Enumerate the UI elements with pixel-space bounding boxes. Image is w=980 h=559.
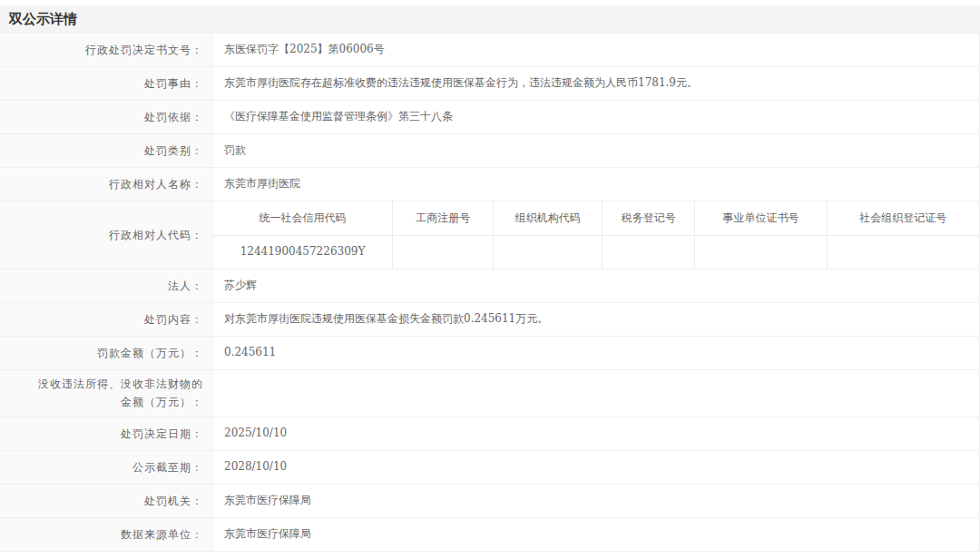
row-label: 行政相对人代码： [0,201,213,269]
detail-row: 公示截至期： 2028/10/10 [0,451,979,485]
row-value: 《医疗保障基金使用监督管理条例》第三十八条 [213,101,979,133]
detail-row: 法人： 苏少辉 [0,270,979,303]
double-publicity-detail-page: 双公示详情 行政处罚决定书文号： 东医保罚字【2025】第06006号 处罚事由… [0,5,980,552]
row-label: 行政相对人名称： [0,168,213,201]
page-title: 双公示详情 [9,11,77,28]
row-value: 东莞市医疗保障局 [213,485,979,517]
code-table-header-cell: 税务登记号 [603,201,695,235]
detail-row: 行政处罚决定书文号： 东医保罚字【2025】第06006号 [0,34,979,67]
row-label: 处罚决定日期： [0,417,213,450]
detail-row: 罚款金额（万元）： 0.245611 [0,337,979,370]
row-label: 处罚依据： [0,101,213,133]
row-value: 2025/10/10 [213,417,979,450]
row-value: 东莞市医疗保障局 [213,518,979,551]
row-value: 统一社会信用代码工商注册号组织机构代码税务登记号事业单位证书号社会组织登记证号 … [213,201,979,269]
row-label: 公示截至期： [0,451,213,484]
row-label: 行政处罚决定书文号： [0,34,213,66]
code-table-header-row: 统一社会信用代码工商注册号组织机构代码税务登记号事业单位证书号社会组织登记证号 [213,201,979,235]
detail-row: 行政相对人代码： 统一社会信用代码工商注册号组织机构代码税务登记号事业单位证书号… [0,201,979,270]
code-table-header-cell: 事业单位证书号 [695,201,827,235]
code-table-header-cell: 统一社会信用代码 [213,201,392,235]
row-label: 没收违法所得、没收非法财物的 金额（万元）： [0,370,213,417]
row-label: 法人： [0,270,213,302]
row-value: 东莞市厚街医院 [213,168,979,201]
row-value: 苏少辉 [213,270,979,302]
detail-row: 处罚决定日期： 2025/10/10 [0,417,979,451]
row-value: 东莞市厚街医院存在超标准收费的违法违规使用医保基金行为，违法违规金额为人民币17… [213,67,979,100]
detail-row: 没收违法所得、没收非法财物的 金额（万元）： [0,370,979,417]
code-table-value-cell [392,235,493,269]
row-label: 处罚内容： [0,303,213,336]
row-value: 2028/10/10 [213,451,979,484]
code-table-header-cell: 组织机构代码 [494,201,603,235]
detail-row: 处罚内容： 对东莞市厚街医院违规使用医保基金损失金额罚款0.245611万元。 [0,303,979,337]
detail-row: 处罚机关： 东莞市医疗保障局 [0,485,979,518]
row-value: 罚款 [213,134,979,167]
row-label: 处罚机关： [0,485,213,517]
code-table-value-cell [695,235,827,269]
code-table-header-cell: 工商注册号 [392,201,493,235]
row-value: 0.245611 [213,337,979,369]
row-label: 数据来源单位： [0,518,213,551]
detail-row: 数据来源单位： 东莞市医疗保障局 [0,518,979,552]
detail-row: 处罚事由： 东莞市厚街医院存在超标准收费的违法违规使用医保基金行为，违法违规金额… [0,67,979,101]
code-table-value-row: 12441900457226309Y [213,235,979,269]
detail-row: 行政相对人名称： 东莞市厚街医院 [0,168,979,201]
detail-table: 行政处罚决定书文号： 东医保罚字【2025】第06006号 处罚事由： 东莞市厚… [0,33,980,552]
credential-code-table: 统一社会信用代码工商注册号组织机构代码税务登记号事业单位证书号社会组织登记证号 … [213,201,979,269]
page-title-bar: 双公示详情 [0,5,980,33]
code-table-value-cell [494,235,603,269]
detail-row: 处罚依据： 《医疗保障基金使用监督管理条例》第三十八条 [0,101,979,134]
code-table-value-cell: 12441900457226309Y [213,235,392,269]
row-label: 处罚类别： [0,134,213,167]
code-table-header-cell: 社会组织登记证号 [827,201,979,235]
row-value: 东医保罚字【2025】第06006号 [213,34,979,66]
code-table-value-cell [827,235,979,269]
row-label: 罚款金额（万元）： [0,337,213,369]
row-value [213,370,979,417]
code-table-value-cell [603,235,695,269]
detail-row: 处罚类别： 罚款 [0,134,979,168]
row-label: 处罚事由： [0,67,213,100]
row-value: 对东莞市厚街医院违规使用医保基金损失金额罚款0.245611万元。 [213,303,979,336]
